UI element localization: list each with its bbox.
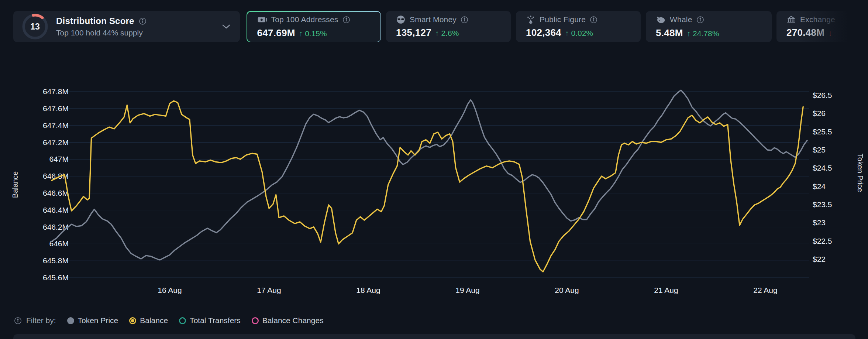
distribution-score-subtitle: Top 100 hold 44% supply (56, 28, 215, 37)
y-right-tick: $25.5 (813, 127, 832, 136)
chart-canvas[interactable]: 647.8M647.6M647.4M647.2M647M646.8M646.6M… (0, 0, 868, 339)
metric-value: 647.69M (257, 27, 295, 39)
y-left-axis-title: Balance (11, 171, 19, 198)
metric-card-smart-money[interactable]: Smart Money 135,127 ↑ 2.6% (386, 11, 511, 42)
y-right-tick: $24.5 (813, 164, 832, 172)
info-icon[interactable] (14, 317, 22, 325)
metric-value: 5.48M (656, 27, 683, 39)
balance-line (52, 101, 803, 272)
metric-value: 270.48M (786, 27, 824, 38)
bank-icon (786, 15, 796, 24)
x-axis-tick: 19 Aug (455, 286, 479, 294)
metric-change: ↓ (828, 29, 832, 38)
balance-marker-icon (129, 317, 136, 324)
next-section-card-edge (13, 334, 855, 339)
distribution-score-gauge: 13 (21, 13, 49, 40)
total-transfers-marker-icon (179, 317, 186, 324)
metric-card-public-figure[interactable]: Public Figure 102,364 ↑ 0.02% (516, 11, 641, 42)
metric-label: Top 100 Addresses (271, 15, 338, 24)
y-left-tick: 647.8M (43, 87, 69, 96)
metric-label: Exchange (800, 15, 835, 24)
y-left-tick: 647M (49, 155, 69, 163)
y-left-tick: 645.6M (43, 273, 69, 282)
metric-label: Smart Money (410, 15, 457, 24)
whale-icon (656, 15, 666, 25)
balance-changes-marker-icon (252, 317, 259, 324)
legend-item-balance-changes[interactable]: Balance Changes (252, 316, 324, 325)
y-left-tick: 647.2M (43, 138, 69, 147)
info-icon[interactable] (696, 16, 704, 24)
y-right-tick: $22.5 (813, 237, 832, 245)
legend-item-total-transfers[interactable]: Total Transfers (179, 316, 241, 325)
x-axis-tick: 20 Aug (555, 286, 579, 294)
smart-money-icon (396, 15, 406, 24)
distribution-score-card[interactable]: 13 Distribution Score Top 100 hold 44% s… (13, 11, 240, 42)
metric-value: 102,364 (526, 27, 561, 38)
filter-bar: Filter by: Token Price Balance Total Tra… (14, 316, 324, 325)
metric-card-exchange[interactable]: Exchange 270.48M ↓ (776, 11, 868, 42)
metric-change: ↑ 2.6% (435, 29, 459, 38)
legend-item-balance[interactable]: Balance (129, 316, 168, 325)
x-axis-tick: 16 Aug (158, 286, 182, 294)
metric-label: Public Figure (540, 15, 586, 24)
metric-change: ↑ 0.15% (299, 29, 327, 38)
y-right-tick: $22 (813, 255, 826, 263)
public-figure-icon (526, 15, 535, 24)
distribution-score-title: Distribution Score (56, 16, 134, 26)
y-left-tick: 646.4M (43, 206, 69, 214)
banknote-icon (257, 15, 267, 25)
info-icon[interactable] (461, 16, 468, 24)
filter-by-label: Filter by: (14, 316, 56, 325)
y-left-tick: 646.6M (43, 189, 69, 197)
info-icon[interactable] (139, 17, 147, 25)
x-axis-tick: 18 Aug (356, 286, 380, 294)
y-left-tick: 647.6M (43, 104, 69, 113)
x-axis-tick: 21 Aug (654, 286, 678, 294)
y-left-tick: 645.8M (43, 256, 69, 265)
info-icon[interactable] (342, 16, 350, 24)
y-right-tick: $26.5 (813, 91, 832, 99)
distribution-score-value: 13 (21, 13, 49, 40)
y-left-tick: 647.4M (43, 121, 69, 130)
metric-label: Whale (670, 15, 692, 24)
metric-change: ↑ 0.02% (565, 29, 593, 38)
legend-item-token-price[interactable]: Token Price (67, 316, 118, 325)
y-right-axis-title: Token Price (856, 154, 864, 192)
token-price-marker-icon (67, 317, 74, 324)
info-icon[interactable] (590, 16, 597, 24)
x-axis-tick: 22 Aug (753, 286, 777, 294)
metric-card-whale[interactable]: Whale 5.48M ↑ 24.78% (646, 11, 772, 42)
y-right-tick: $23.5 (813, 200, 832, 209)
metric-card-top-100-addresses[interactable]: Top 100 Addresses 647.69M ↑ 0.15% (247, 11, 381, 42)
chevron-down-icon[interactable] (222, 24, 230, 29)
x-axis-tick: 17 Aug (257, 286, 281, 294)
y-right-tick: $24 (813, 182, 826, 191)
metric-change: ↑ 24.78% (687, 29, 719, 38)
y-right-tick: $23 (813, 218, 826, 227)
y-right-tick: $25 (813, 145, 826, 154)
metric-value: 135,127 (396, 27, 431, 38)
y-right-tick: $26 (813, 109, 826, 117)
